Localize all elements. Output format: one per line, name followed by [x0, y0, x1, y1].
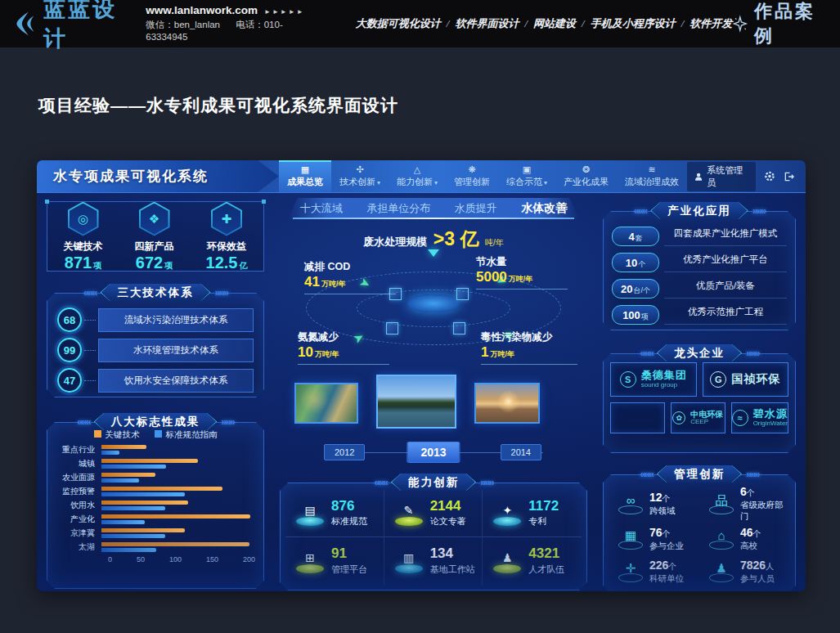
sparkle-icon — [732, 15, 748, 33]
section-header-tech-systems: ««« 三大技术体系 »»» — [47, 284, 264, 301]
tech-innovation-icon: ✣ — [356, 165, 363, 174]
photo-carousel — [278, 375, 589, 435]
section-title: 八大标志性成果 — [95, 412, 217, 431]
capability-innovation-icon: △ — [414, 165, 420, 174]
enterprise-building-icon: ▦ — [625, 528, 636, 542]
tab-ten-basins[interactable]: 十大流域 — [300, 201, 343, 216]
new-products-icon: ❖ — [149, 212, 159, 227]
management-innovation-icon: ❋ — [468, 165, 475, 174]
down-arrow-icon — [428, 249, 439, 263]
industrialization-row: 10个 优秀产业化推广平台 — [612, 253, 787, 272]
chart-category-label: 饮用水 — [56, 500, 101, 511]
bar-standards — [101, 534, 165, 538]
section-header-management: ««« 管理创新 »»» — [603, 465, 796, 483]
logout-icon[interactable] — [784, 171, 795, 182]
stat-label: 四新产品 — [135, 240, 174, 254]
bar-key-tech — [101, 501, 188, 505]
tab-unit-distribution[interactable]: 承担单位分布 — [366, 201, 430, 216]
section-title: 能力创新 — [392, 473, 475, 492]
nav-item-software-dev[interactable]: 软件开发 — [690, 17, 732, 29]
logo-ceep[interactable]: ✿ 中电环保CEEP — [671, 402, 725, 433]
capability-stat-patents: ✦ 1172专利 — [483, 490, 582, 537]
brand-logo-text: 蓝蓝设计 — [43, 0, 131, 53]
chart-row: 太湖 — [56, 541, 255, 553]
tech-system-row: 68 流域水污染治理技术体系 — [57, 308, 254, 332]
nav-item-mobile-miniprogram[interactable]: 手机及小程序设计 — [591, 17, 676, 29]
dash-nav-watershed-governance[interactable]: ≋流域治理成效 — [617, 160, 687, 192]
dash-nav-capability-innovation[interactable]: △能力创新▾ — [389, 160, 446, 192]
nav-item-software-ui[interactable]: 软件界面设计 — [455, 17, 519, 29]
stat-value: 672项 — [136, 254, 173, 272]
tab-water-improvement[interactable]: 水体改善 — [521, 201, 567, 216]
bar-key-tech — [101, 542, 249, 546]
cases-label: 作品案例 — [754, 0, 827, 48]
photo-2014[interactable] — [474, 383, 540, 424]
management-stat-research-units: ✛ 226个科研单位 — [609, 555, 699, 588]
dash-nav-comprehensive-demo[interactable]: ▣综合示范▾ — [498, 160, 555, 192]
dashboard-title: 水专项成果可视化系统 — [37, 160, 279, 192]
comprehensive-demo-icon: ▣ — [523, 165, 531, 174]
management-section: ««« 管理创新 »»» ∞ 12个跨领域 品 6个省级政府部门 ▦ — [603, 474, 796, 591]
center-column: 十大流域 承担单位分布 水质提升 水体改善 废水处理规模 >3 亿 吨/年 ➤ — [278, 198, 589, 590]
management-stat-universities: ⌂ 46个高校 — [699, 523, 790, 555]
bar-standards — [101, 548, 156, 552]
platform-core — [407, 294, 460, 312]
tech-systems-section: ««« 三大技术体系 »»» 68 流域水污染治理技术体系 99 水环境管理技术… — [47, 293, 264, 397]
management-stat-enterprises: ▦ 76个参与企业 — [609, 523, 699, 555]
tech-system-label: 水环境管理技术体系 — [98, 339, 254, 362]
dash-nav-industrialization[interactable]: ❂产业化成果 — [555, 160, 617, 192]
logo-sound-group[interactable]: S 桑德集团sound group — [610, 362, 697, 397]
chart-category-label: 产业化 — [56, 514, 101, 525]
contact-info: www.lanlanwork.com►►►►► 微信：ben_lanlan 电话… — [146, 3, 318, 43]
bar-key-tech — [101, 445, 146, 449]
count-badge: 4套 — [612, 227, 659, 246]
management-stat-gov-depts: 品 6个省级政府部门 — [699, 485, 790, 523]
originwater-wave-icon: ≈ — [732, 410, 748, 426]
stat-new-products: ❖ 四新产品 672项 — [135, 202, 174, 272]
year-button-2014[interactable]: 2014 — [501, 444, 541, 460]
dashboard-screenshot: 水专项成果可视化系统 ▦成果总览 ✣技术创新▾ △能力创新▾ ❋管理创新 ▣综合… — [37, 160, 806, 591]
dashboard-user-area: 系统管理员 — [687, 160, 806, 192]
nav-item-bigdata-visualization[interactable]: 大数据可视化设计 — [356, 17, 441, 29]
metric-cod-reduction: 减排 COD 41万吨/年 — [304, 260, 396, 294]
achievements-chart: 关键技术 标准规范指南 重点行业 城镇 农业面源 监控预警 饮用水 产业化 京津… — [47, 422, 264, 589]
bar-standards — [101, 451, 119, 455]
photo-2013[interactable] — [376, 375, 456, 429]
nav-item-website[interactable]: 网站建设 — [533, 17, 576, 29]
stat-key-tech: ◎ 关键技术 871项 — [64, 202, 103, 272]
bar-standards — [101, 506, 165, 510]
logo-guozhen-env[interactable]: G 国祯环保 — [703, 362, 789, 397]
year-button-2013[interactable]: 2013 — [407, 442, 460, 463]
cases-link[interactable]: 作品案例 — [732, 0, 827, 48]
dash-nav-management-innovation[interactable]: ❋管理创新 — [446, 160, 498, 192]
wastewater-headline: 废水处理规模 >3 亿 吨/年 — [278, 227, 589, 252]
capability-stat-papers: ✎ 2144论文专著 — [384, 490, 483, 537]
section-title: 产业化应用 — [651, 201, 748, 220]
management-stat-cross-domain: ∞ 12个跨领域 — [609, 485, 699, 523]
section-title: 三大技术体系 — [101, 283, 210, 302]
tech-system-label: 流域水污染治理技术体系 — [98, 308, 254, 332]
user-menu[interactable]: 系统管理员 — [687, 162, 756, 191]
gear-icon[interactable] — [764, 170, 775, 182]
sound-group-icon: S — [620, 371, 636, 388]
chart-category-label: 太湖 — [56, 541, 101, 553]
platform-icon: ⊞ — [305, 551, 315, 564]
logo-empty-slot[interactable] — [610, 402, 665, 433]
website-link[interactable]: www.lanlanwork.com — [146, 4, 258, 16]
dash-nav-tech-innovation[interactable]: ✣技术创新▾ — [331, 160, 389, 192]
industrialization-section: ««« 产业化应用 »»» 4套 四套成果产业化推广模式 10个 优秀产业化推广… — [603, 211, 796, 330]
year-button-2012[interactable]: 2012 — [324, 444, 365, 460]
tab-water-quality[interactable]: 水质提升 — [455, 201, 497, 216]
photo-2012[interactable] — [294, 383, 358, 424]
dash-nav-overview[interactable]: ▦成果总览 — [279, 160, 331, 192]
tech-system-label: 饮用水安全保障技术体系 — [98, 369, 254, 393]
count-badge: 10个 — [612, 253, 659, 272]
dashboard-nav: ▦成果总览 ✣技术创新▾ △能力创新▾ ❋管理创新 ▣综合示范▾ ❂产业化成果 … — [279, 160, 687, 192]
industrialization-row: 4套 四套成果产业化推广模式 — [612, 227, 787, 246]
page-title: 项目经验——水专利成果可视化系统界面设计 — [38, 94, 398, 117]
dashboard-body: ◎ 关键技术 871项 ❖ 四新产品 672项 ✚ 环保效益 12.5亿 ««« — [37, 193, 806, 591]
section-header-enterprises: ««« 龙头企业 »»» — [603, 344, 796, 361]
cross-domain-icon: ∞ — [627, 493, 636, 507]
logo-originwater[interactable]: ≈ 碧水源OriginWater — [731, 402, 788, 433]
brand-logo[interactable]: 蓝蓝设计 — [11, 0, 131, 53]
